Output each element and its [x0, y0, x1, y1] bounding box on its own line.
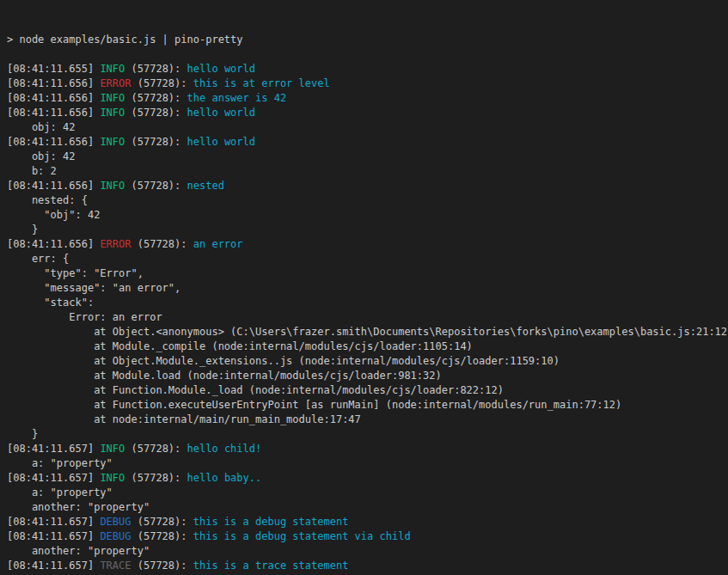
terminal-text: [08:41:11.657] — [7, 560, 100, 572]
log-json-line: "message": "an error", — [7, 281, 728, 296]
log-message: this is a trace statement — [193, 560, 349, 572]
terminal-output: > node examples/basic.js | pino-pretty [… — [7, 33, 728, 575]
log-property-line: another: "property" — [7, 500, 728, 515]
log-line: [08:41:11.656] INFO (57728): the answer … — [7, 91, 728, 106]
log-message: this is at error level — [193, 77, 330, 89]
log-line: [08:41:11.656] INFO (57728): nested — [7, 179, 728, 193]
terminal-text: nested: { — [7, 194, 88, 206]
terminal-text: (57728): — [132, 560, 193, 572]
log-message: hello baby.. — [187, 472, 262, 484]
command-line: > node examples/basic.js | pino-pretty — [7, 33, 728, 47]
log-property-line: obj: 42 — [7, 120, 728, 135]
stack-trace-line: at Function.Module._load (node:internal/… — [7, 383, 728, 398]
terminal-text: err: { — [7, 253, 69, 265]
terminal-text: another: "property" — [7, 545, 150, 557]
terminal-text: [08:41:11.656] — [7, 77, 100, 89]
terminal-text: at Object.Module._extensions..js (node:i… — [7, 355, 560, 367]
log-property-line: } — [7, 223, 728, 237]
terminal-text: [08:41:11.656] — [7, 92, 100, 104]
log-message: an error — [193, 238, 243, 250]
log-message: this is a debug statement via child — [193, 530, 411, 542]
log-line: [08:41:11.657] DEBUG (57728): this is a … — [7, 529, 728, 544]
log-line: [08:41:11.656] ERROR (57728): this is at… — [7, 76, 728, 91]
log-level-error: ERROR — [100, 238, 131, 250]
terminal-text: } — [7, 223, 38, 236]
log-level-info: INFO — [100, 136, 125, 148]
terminal-text: [08:41:11.657] — [7, 472, 100, 484]
terminal-text: [08:41:11.656] — [7, 238, 100, 250]
log-level-debug: DEBUG — [100, 516, 131, 528]
terminal-text: b: 2 — [7, 165, 57, 177]
log-property-line: } — [7, 427, 728, 442]
log-message: the answer is 42 — [187, 92, 287, 104]
terminal-text: (57728): — [125, 136, 187, 148]
log-json-line: "type": "Error", — [7, 266, 728, 281]
terminal-text: at Function.executeUserEntryPoint [as ru… — [7, 399, 621, 411]
terminal-text: (57728): — [132, 530, 193, 542]
log-line: [08:41:11.657] INFO (57728): hello baby.… — [7, 471, 728, 486]
terminal-text: "type": "Error", — [7, 267, 144, 279]
log-level-info: INFO — [100, 443, 125, 455]
terminal-text: "message": "an error", — [7, 282, 180, 294]
log-line: [08:41:11.656] ERROR (57728): an error — [7, 237, 728, 252]
terminal-text: at Object.<anonymous> (C:\Users\frazer.s… — [7, 326, 728, 338]
log-property-line: b: 2 — [7, 164, 728, 179]
terminal-text: [08:41:11.656] — [7, 107, 100, 119]
log-json-line: "stack": — [7, 296, 728, 310]
terminal-text: at Module.load (node:internal/modules/cj… — [7, 370, 442, 382]
log-message: hello child! — [187, 443, 262, 455]
terminal-text: > node examples/basic.js | pino-pretty — [7, 34, 243, 46]
terminal-text: (57728): — [125, 180, 187, 192]
stack-trace-line: at Module.load (node:internal/modules/cj… — [7, 369, 728, 383]
log-property-line: err: { — [7, 252, 728, 266]
terminal-text: [08:41:11.656] — [7, 180, 100, 192]
log-level-error: ERROR — [100, 77, 131, 89]
terminal-text: Error: an error — [7, 311, 162, 323]
log-message: hello world — [187, 63, 255, 75]
terminal-text: a: "property" — [7, 486, 113, 499]
stack-trace-line: at Function.executeUserEntryPoint [as ru… — [7, 398, 728, 413]
terminal-text: [08:41:11.655] — [7, 63, 100, 75]
terminal-text: at Function.Module._load (node:internal/… — [7, 384, 504, 396]
log-level-info: INFO — [100, 180, 125, 192]
log-property-line: nested: { — [7, 193, 728, 208]
stack-trace-line: at Module._compile (node:internal/module… — [7, 339, 728, 354]
stack-trace-line: at Object.Module._extensions..js (node:i… — [7, 354, 728, 369]
log-level-info: INFO — [100, 63, 125, 75]
log-line: [08:41:11.656] INFO (57728): hello world — [7, 135, 728, 150]
log-property-line: obj: 42 — [7, 150, 728, 164]
log-line: [08:41:11.657] TRACE (57728): this is a … — [7, 559, 728, 573]
terminal-text: at Module._compile (node:internal/module… — [7, 340, 473, 352]
log-level-info: INFO — [100, 107, 125, 119]
terminal-text: obj: 42 — [7, 150, 75, 162]
terminal-text: "stack": — [7, 297, 94, 309]
terminal-text: (57728): — [132, 238, 193, 250]
log-level-debug: DEBUG — [100, 530, 131, 542]
terminal-text: (57728): — [125, 92, 187, 104]
terminal-text: a: "property" — [7, 457, 113, 469]
stack-trace-line: Error: an error — [7, 310, 728, 325]
terminal-text: "obj": 42 — [7, 209, 100, 221]
terminal-text: another: "property" — [7, 501, 150, 513]
terminal-text: obj: 42 — [7, 121, 75, 133]
terminal-text: at node:internal/main/run_main_module:17… — [7, 413, 361, 425]
log-line: [08:41:11.657] INFO (57728): hello child… — [7, 442, 728, 456]
terminal-text: (57728): — [132, 77, 193, 89]
log-message: hello world — [187, 107, 255, 119]
blank-line — [7, 47, 728, 62]
terminal-text: (57728): — [125, 107, 187, 119]
log-message: hello world — [187, 136, 255, 148]
log-property-line: a: "property" — [7, 456, 728, 471]
log-level-info: INFO — [100, 92, 125, 104]
terminal-text: [08:41:11.656] — [7, 136, 100, 148]
terminal-text: (57728): — [125, 63, 187, 75]
log-level-info: INFO — [100, 472, 125, 484]
terminal-text: [08:41:11.657] — [7, 516, 100, 528]
terminal: > node examples/basic.js | pino-pretty [… — [0, 0, 728, 575]
log-message: this is a debug statement — [193, 516, 349, 528]
log-json-line: "obj": 42 — [7, 208, 728, 223]
terminal-text: } — [7, 428, 38, 440]
terminal-text: [08:41:11.657] — [7, 530, 100, 542]
log-line: [08:41:11.655] INFO (57728): hello world — [7, 62, 728, 76]
terminal-text: [08:41:11.657] — [7, 443, 100, 455]
